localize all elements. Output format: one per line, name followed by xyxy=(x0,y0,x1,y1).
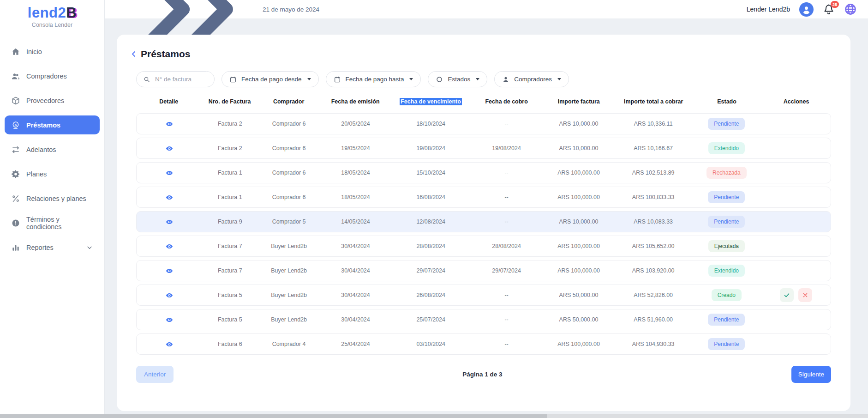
issue-date: 14/05/2024 xyxy=(320,218,391,225)
top-header: 21 de mayo de 2024 Lender Lend2b 28 xyxy=(105,0,868,19)
info-icon xyxy=(11,218,20,228)
eye-icon xyxy=(164,120,174,128)
sidebar-item-label: Compradores xyxy=(26,73,67,80)
collection-date: 19/08/2024 xyxy=(470,145,542,151)
filter-dropdown-fecha-de-pago-hasta[interactable]: Fecha de pago hasta xyxy=(326,71,421,87)
back-button[interactable] xyxy=(130,50,138,58)
next-page-button[interactable]: Siguiente xyxy=(791,366,831,383)
sidebar-item-label: Préstamos xyxy=(26,121,60,129)
approve-button[interactable] xyxy=(780,288,794,302)
eye-icon xyxy=(164,340,174,348)
filter-dropdown-compradores[interactable]: Compradores xyxy=(494,71,569,87)
sidebar-item-label: Relaciones y planes xyxy=(26,195,86,202)
user-name: Lender Lend2b xyxy=(747,6,790,13)
table-row: Factura 2Comprador 620/05/202418/10/2024… xyxy=(136,113,831,134)
column-header-estado: Estado xyxy=(692,98,762,105)
filter-dropdown-estados[interactable]: Estados xyxy=(428,71,487,87)
total-amount: ARS 103,920.00 xyxy=(615,267,692,274)
due-date: 26/08/2024 xyxy=(391,292,470,298)
sidebar-item-label: Planes xyxy=(26,170,47,178)
header-actions: Lender Lend2b 28 xyxy=(747,2,857,17)
filter-label: Fecha de pago hasta xyxy=(346,76,404,83)
view-detail-button[interactable] xyxy=(164,340,174,348)
invoice-number: Factura 1 xyxy=(202,170,258,176)
view-detail-button[interactable] xyxy=(164,169,174,177)
chevron-down-icon xyxy=(86,244,93,251)
sidebar-item-planes[interactable]: Planes xyxy=(5,164,100,183)
due-date: 25/07/2024 xyxy=(391,316,470,323)
main-area: 21 de mayo de 2024 Lender Lend2b 28 Prés… xyxy=(105,0,868,418)
logo-text-b: B xyxy=(66,5,77,21)
view-detail-button[interactable] xyxy=(164,194,174,201)
due-date: 29/07/2024 xyxy=(391,267,470,274)
search-input[interactable] xyxy=(154,75,208,83)
total-amount: ARS 102,513.89 xyxy=(615,170,692,176)
issue-date: 20/05/2024 xyxy=(320,121,391,127)
sidebar-item-inicio[interactable]: Inicio xyxy=(5,42,100,61)
sidebar-item-reportes[interactable]: Reportes xyxy=(5,238,100,257)
sidebar-item-terminos-y-condiciones[interactable]: Términos y condiciones xyxy=(5,213,100,232)
invoice-search[interactable] xyxy=(136,71,215,87)
eye-icon xyxy=(164,267,174,275)
previous-page-button[interactable]: Anterior xyxy=(136,366,174,383)
table-row: Factura 1Comprador 618/05/202415/10/2024… xyxy=(136,162,831,183)
column-header-comprador: Comprador xyxy=(258,98,320,105)
language-globe-icon[interactable] xyxy=(844,3,857,16)
view-detail-button[interactable] xyxy=(164,218,174,226)
invoice-amount: ARS 100,000.00 xyxy=(543,267,615,274)
view-detail-button[interactable] xyxy=(164,242,174,250)
table-row: Factura 6Comprador 425/04/202403/10/2024… xyxy=(136,333,831,355)
notifications-button[interactable]: 28 xyxy=(823,3,835,15)
person-icon xyxy=(502,76,509,83)
total-amount: ARS 104,930.33 xyxy=(615,341,692,347)
invoice-amount: ARS 50,000.00 xyxy=(543,292,615,298)
invoice-amount: ARS 10,000.00 xyxy=(543,145,615,151)
table-row: Factura 7Buyer Lend2b30/04/202429/07/202… xyxy=(136,260,831,281)
scrollbar-thumb[interactable] xyxy=(0,414,547,418)
invoice-number: Factura 5 xyxy=(202,316,258,323)
total-amount: ARS 51,960.00 xyxy=(615,316,692,323)
due-date: 19/08/2024 xyxy=(391,145,470,151)
issue-date: 18/05/2024 xyxy=(320,170,391,176)
buyer-name: Comprador 6 xyxy=(258,145,320,151)
view-detail-button[interactable] xyxy=(164,316,174,324)
view-detail-button[interactable] xyxy=(164,267,174,275)
sidebar-item-prestamos[interactable]: $Préstamos xyxy=(5,115,100,134)
issue-date: 30/04/2024 xyxy=(320,243,391,249)
horizontal-scrollbar xyxy=(0,414,868,418)
swap-icon xyxy=(11,145,20,154)
buyer-name: Comprador 5 xyxy=(258,218,320,225)
column-header-importe-total-a-cobrar: Importe total a cobrar xyxy=(615,98,692,105)
content-area: Préstamos Fecha de pago desdeFecha de pa… xyxy=(105,19,868,418)
eye-icon xyxy=(164,242,174,250)
sidebar-item-proveedores[interactable]: Proveedores xyxy=(5,91,100,110)
percent-icon xyxy=(11,194,20,203)
view-detail-button[interactable] xyxy=(164,120,174,128)
collection-date: -- xyxy=(470,194,542,200)
sidebar-item-compradores[interactable]: Compradores xyxy=(5,67,100,85)
avatar[interactable] xyxy=(799,2,814,17)
package-icon xyxy=(11,96,20,105)
users-icon xyxy=(11,72,20,81)
loan-icon: $ xyxy=(11,121,20,130)
table-body: Factura 2Comprador 620/05/202418/10/2024… xyxy=(136,113,831,355)
reject-button[interactable] xyxy=(798,288,812,302)
filter-dropdowns: Fecha de pago desdeFecha de pago hastaEs… xyxy=(221,71,569,87)
filter-dropdown-fecha-de-pago-desde[interactable]: Fecha de pago desde xyxy=(221,71,319,87)
column-header-nro-de-factura: Nro. de Factura xyxy=(202,98,258,105)
issue-date: 30/04/2024 xyxy=(320,316,391,323)
column-header-fecha-de-emision: Fecha de emisión xyxy=(320,98,391,105)
due-date: 03/10/2024 xyxy=(391,341,470,347)
invoice-number: Factura 5 xyxy=(202,292,258,298)
view-detail-button[interactable] xyxy=(164,291,174,299)
invoice-number: Factura 9 xyxy=(202,218,258,225)
status-badge: Extendido xyxy=(708,142,745,154)
page-info: Página 1 de 3 xyxy=(174,371,791,378)
buyer-name: Buyer Lend2b xyxy=(258,292,320,298)
sidebar-item-relaciones-y-planes[interactable]: Relaciones y planes xyxy=(5,189,100,208)
view-detail-button[interactable] xyxy=(164,145,174,152)
total-amount: ARS 105,652.00 xyxy=(615,243,692,249)
sidebar-item-adelantos[interactable]: Adelantos xyxy=(5,140,100,159)
prestamos-card: Préstamos Fecha de pago desdeFecha de pa… xyxy=(117,35,850,411)
status-badge: Pendiente xyxy=(708,191,745,203)
